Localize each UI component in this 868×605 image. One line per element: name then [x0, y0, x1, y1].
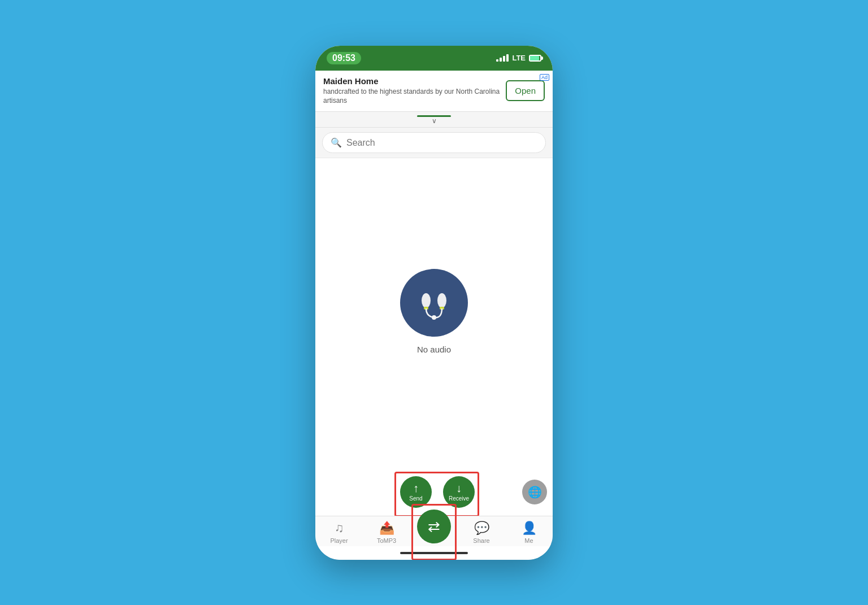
status-icons: LTE [496, 54, 541, 62]
receive-label: Receive [449, 496, 469, 502]
status-time: 09:53 [327, 52, 361, 64]
transfer-icon: ⇄ [428, 518, 440, 536]
person-icon: 👤 [522, 521, 537, 536]
globe-button[interactable]: 🌐 [522, 480, 547, 504]
battery-icon [529, 55, 541, 62]
svg-point-2 [437, 293, 446, 308]
tomp3-label: ToMP3 [377, 537, 396, 544]
send-label: Send [409, 496, 422, 502]
lte-badge: LTE [512, 54, 526, 62]
nav-item-share[interactable]: 💬 Share [458, 521, 505, 544]
search-bar-container: 🔍 [315, 128, 553, 158]
ad-subtitle: handcrafted to the highest standards by … [323, 87, 506, 106]
transfer-button[interactable]: ⇄ [417, 510, 451, 543]
ad-open-button[interactable]: Open [506, 80, 545, 101]
no-audio-icon [400, 269, 468, 337]
chevron-down-icon: ∨ [417, 117, 451, 127]
center-transfer-wrap: ⇄ [410, 521, 458, 543]
globe-icon: 🌐 [528, 485, 542, 499]
home-indicator [315, 546, 553, 560]
home-bar [400, 552, 468, 554]
tab-indicator: ∨ [315, 112, 553, 128]
search-input[interactable] [346, 138, 537, 148]
ad-content: Maiden Home handcrafted to the highest s… [323, 76, 506, 106]
main-content: No audio [315, 158, 553, 464]
headphone-svg [414, 282, 454, 323]
bottom-nav: ♫ Player 📤 ToMP3 ⇄ 💬 Share 👤 Me [315, 516, 553, 546]
ad-banner: Ad Maiden Home handcrafted to the highes… [315, 71, 553, 112]
ad-title: Maiden Home [323, 76, 506, 86]
nav-item-me[interactable]: 👤 Me [505, 521, 553, 544]
search-bar[interactable]: 🔍 [322, 132, 546, 153]
floating-area: ↑ Send ↓ Receive 🌐 [315, 465, 553, 516]
svg-point-0 [422, 293, 431, 308]
battery-fill [530, 56, 539, 60]
whatsapp-icon: 💬 [474, 521, 489, 536]
nav-item-player[interactable]: ♫ Player [315, 521, 363, 544]
receive-button[interactable]: ↓ Receive [443, 476, 475, 508]
search-icon: 🔍 [331, 137, 342, 148]
ad-badge: Ad [540, 74, 549, 81]
tomp3-icon: 📤 [379, 521, 394, 536]
svg-point-4 [432, 315, 436, 320]
player-label: Player [330, 537, 348, 544]
share-label: Share [473, 537, 489, 544]
send-button[interactable]: ↑ Send [400, 476, 432, 508]
nav-item-tomp3[interactable]: 📤 ToMP3 [363, 521, 410, 544]
no-audio-label: No audio [417, 345, 451, 354]
status-bar: 09:53 LTE [315, 46, 553, 71]
send-receive-row: ↑ Send ↓ Receive [400, 476, 475, 508]
music-note-icon: ♫ [335, 521, 344, 536]
download-icon: ↓ [456, 482, 462, 495]
signal-bars-icon [496, 54, 509, 62]
upload-icon: ↑ [413, 482, 419, 495]
me-label: Me [524, 537, 533, 544]
phone-frame: 09:53 LTE Ad Maiden Home handcrafted to … [315, 46, 553, 560]
